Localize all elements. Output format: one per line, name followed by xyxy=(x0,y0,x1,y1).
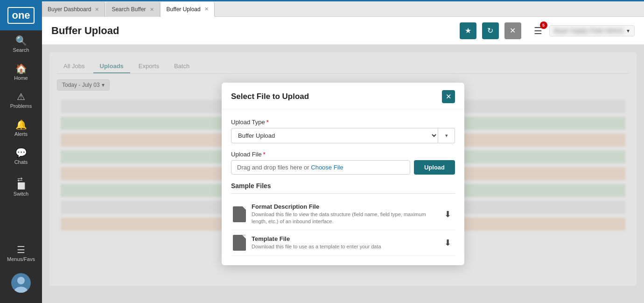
header-bar: Buffer Upload ★ ↻ ✕ ☰ 5 Buyer Supply Cha… xyxy=(42,17,644,45)
sample-file-item: Format Description File Download this fi… xyxy=(231,198,455,231)
modal-close-button[interactable]: ✕ xyxy=(442,90,455,103)
file-desc: Download this file to view the data stru… xyxy=(252,211,437,225)
upload-file-group: Upload File * Drag and drop files here o… xyxy=(231,151,455,175)
tab-close-icon[interactable]: ✕ xyxy=(150,7,154,12)
file-upload-row: Drag and drop files here or Choose File … xyxy=(231,160,455,175)
chat-icon: 💬 xyxy=(15,148,27,157)
dropdown-arrow-icon: ▾ xyxy=(627,28,630,34)
sidebar-item-alerts[interactable]: 🔔 Alerts xyxy=(0,114,42,142)
main-area: Buyer Dashboard ✕ Search Buffer ✕ Buffer… xyxy=(42,0,644,303)
bell-icon: 🔔 xyxy=(15,120,27,129)
sidebar-item-label: Search xyxy=(13,47,29,53)
notification-badge: 5 xyxy=(540,21,547,29)
upload-modal: Select File to Upload ✕ Upload Type * Bu… xyxy=(222,83,464,266)
home-icon: 🏠 xyxy=(15,64,27,73)
file-icon xyxy=(233,235,246,251)
search-icon: 🔍 xyxy=(15,36,27,45)
tab-bar: Buyer Dashboard ✕ Search Buffer ✕ Buffer… xyxy=(42,0,644,17)
logo-text: one xyxy=(7,7,34,24)
file-desc: Download this file to use as a template … xyxy=(252,243,437,250)
file-placeholder-text: Drag and drop files here or xyxy=(237,164,311,171)
file-icon xyxy=(233,206,246,222)
file-name: Template File xyxy=(252,235,437,242)
tab-label: Search Buffer xyxy=(112,6,146,13)
file-drop-zone[interactable]: Drag and drop files here or Choose File xyxy=(231,160,410,175)
sidebar-item-label: Chats xyxy=(14,159,28,165)
header-right: ☰ 5 Buyer Supply Chain Admin1 ▾ xyxy=(532,24,635,37)
upload-button[interactable]: Upload xyxy=(414,160,455,175)
upload-type-label: Upload Type * xyxy=(231,119,455,126)
tab-close-icon[interactable]: ✕ xyxy=(95,7,99,12)
tab-buyer-dashboard[interactable]: Buyer Dashboard ✕ xyxy=(42,2,105,17)
sidebar-item-label: Home xyxy=(14,75,28,81)
user-dropdown[interactable]: Buyer Supply Chain Admin1 ▾ xyxy=(549,25,635,36)
modal-body: Upload Type * Buffer Upload ▾ xyxy=(222,109,464,266)
sidebar-item-label: Switch xyxy=(14,191,28,197)
sidebar-item-search[interactable]: 🔍 Search xyxy=(0,30,42,58)
section-divider xyxy=(231,193,455,194)
user-name: Buyer Supply Chain Admin1 xyxy=(554,28,624,34)
sidebar-item-home[interactable]: 🏠 Home xyxy=(0,58,42,86)
required-indicator: * xyxy=(266,119,269,126)
download-button[interactable]: ⬇ xyxy=(442,207,453,221)
tab-label: Buffer Upload xyxy=(167,6,201,13)
sidebar-item-label: Problems xyxy=(10,103,32,109)
sidebar-item-problems[interactable]: ⚠ Problems xyxy=(0,86,42,114)
sample-files-section: Sample Files Format Description File Dow… xyxy=(231,182,455,256)
sidebar-item-menus[interactable]: ☰ Menus/Favs xyxy=(0,240,42,268)
modal-header: Select File to Upload ✕ xyxy=(222,83,464,109)
sidebar-item-avatar[interactable] xyxy=(0,268,42,298)
tab-buffer-upload[interactable]: Buffer Upload ✕ xyxy=(161,2,215,17)
refresh-button[interactable]: ↻ xyxy=(482,22,499,39)
page-title: Buffer Upload xyxy=(51,25,454,37)
warning-icon: ⚠ xyxy=(17,92,25,101)
tab-search-buffer[interactable]: Search Buffer ✕ xyxy=(106,2,160,17)
choose-file-link[interactable]: Choose File xyxy=(311,164,343,171)
modal-title: Select File to Upload xyxy=(231,92,309,101)
app-logo[interactable]: one xyxy=(0,0,42,30)
sidebar-item-label: Alerts xyxy=(14,131,28,137)
upload-type-select[interactable]: Buffer Upload xyxy=(231,128,438,143)
tab-close-icon[interactable]: ✕ xyxy=(204,7,209,12)
chevron-down-icon: ▾ xyxy=(445,133,448,139)
switch-icon: ⇄⬜ xyxy=(17,176,25,189)
menu-icon: ☰ xyxy=(17,245,25,254)
sample-file-item: Template File Download this file to use … xyxy=(231,230,455,256)
file-name: Format Description File xyxy=(252,203,437,210)
menu-button[interactable]: ☰ 5 xyxy=(532,24,545,37)
sidebar: one 🔍 Search 🏠 Home ⚠ Problems 🔔 Alerts … xyxy=(0,0,42,303)
upload-type-select-wrapper: Buffer Upload ▾ xyxy=(231,128,455,143)
close-button[interactable]: ✕ xyxy=(504,22,521,39)
sidebar-item-switch[interactable]: ⇄⬜ Switch xyxy=(0,170,42,202)
select-arrow-button[interactable]: ▾ xyxy=(438,128,455,143)
sidebar-bottom: ☰ Menus/Favs xyxy=(0,240,42,303)
svg-point-1 xyxy=(17,277,25,284)
upload-file-label: Upload File * xyxy=(231,151,455,158)
favorite-button[interactable]: ★ xyxy=(460,22,476,39)
sample-files-title: Sample Files xyxy=(231,182,455,190)
tab-label: Buyer Dashboard xyxy=(48,6,91,13)
file-info: Format Description File Download this fi… xyxy=(252,203,437,225)
sidebar-item-chats[interactable]: 💬 Chats xyxy=(0,142,42,170)
sidebar-item-label: Menus/Favs xyxy=(7,256,35,262)
content-area: All Jobs Uploads Exports Batch Today - J… xyxy=(42,45,644,303)
file-info: Template File Download this file to use … xyxy=(252,235,437,250)
avatar xyxy=(11,273,31,293)
upload-type-group: Upload Type * Buffer Upload ▾ xyxy=(231,119,455,143)
required-indicator: * xyxy=(263,151,266,158)
modal-overlay: Select File to Upload ✕ Upload Type * Bu… xyxy=(42,45,644,303)
download-button[interactable]: ⬇ xyxy=(442,236,453,250)
